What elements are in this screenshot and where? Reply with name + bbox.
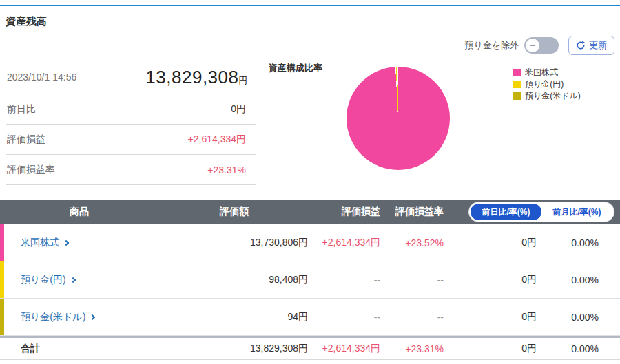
- period-toggle-day[interactable]: 前日比/率(%): [471, 204, 541, 220]
- total-pl-rate: +23.31%: [382, 343, 446, 354]
- cell-day-rate: 0.00%: [539, 312, 601, 323]
- cell-pl-rate: +23.52%: [382, 237, 446, 248]
- summary-row-day-change: 前日比 0円: [6, 94, 256, 125]
- product-link-us-stocks[interactable]: 米国株式: [21, 237, 68, 249]
- table-total-row: 合計 13,829,308円 +2,614,334円 +23.31% 0円 0.…: [0, 336, 620, 360]
- currency-unit: 円: [239, 75, 249, 85]
- page-title: 資産残高: [6, 15, 47, 28]
- cell-valuation: 98,408円: [158, 274, 310, 286]
- top-accent-line: [0, 5, 620, 6]
- cell-day-change: 0円: [446, 237, 539, 249]
- chevron-right-icon: [70, 277, 75, 283]
- summary-row-value: 0円: [231, 103, 248, 116]
- row-color-bar: [0, 224, 4, 261]
- column-header-pl: 評価損益: [310, 206, 382, 218]
- table-row-deposit-jpy: 預り金(円) 98,408円 -- -- 0円 0.00%: [0, 261, 620, 299]
- legend-label: 米国株式: [525, 67, 558, 78]
- total-valuation: 13,829,308円: [158, 343, 310, 355]
- cell-valuation: 13,730,806円: [158, 237, 310, 249]
- cell-pl: --: [310, 312, 382, 323]
- period-toggle-month[interactable]: 前月比/率(%): [541, 204, 612, 220]
- toggle-knob[interactable]: –: [526, 39, 539, 52]
- controls-row: 預り金を除外 – 更新: [464, 36, 614, 55]
- cell-pl: --: [310, 275, 382, 286]
- pie-chart-title: 資産構成比率: [269, 62, 322, 74]
- summary-row-value: +23.31%: [207, 164, 248, 175]
- total-label: 合計: [0, 343, 158, 355]
- summary-row-pl-rate: 評価損益率 +23.31%: [6, 155, 256, 185]
- cell-valuation: 94円: [158, 311, 310, 323]
- pie-legend: 米国株式 預り金(円) 預り金(米ドル): [513, 67, 581, 102]
- as-of-timestamp: 2023/10/1 14:56: [7, 72, 76, 83]
- exclude-deposits-toggle[interactable]: –: [524, 37, 559, 54]
- product-link-deposit-jpy[interactable]: 預り金(円): [21, 274, 75, 286]
- total-pl: +2,614,334円: [310, 343, 382, 355]
- column-header-pl-rate: 評価損益率: [382, 206, 446, 218]
- cell-day-rate: 0.00%: [539, 237, 601, 248]
- cell-pl: +2,614,334円: [310, 237, 382, 249]
- table-header-row: 商品 評価額 評価損益 評価損益率 前日比/率(%) 前月比/率(%): [0, 200, 620, 224]
- column-header-product: 商品: [0, 206, 158, 218]
- summary-row-label: 評価損益: [7, 133, 45, 146]
- legend-label: 預り金(米ドル): [525, 90, 581, 102]
- exclude-deposits-toggle-label: 預り金を除外: [464, 39, 519, 52]
- refresh-button-label: 更新: [589, 39, 607, 52]
- total-asset-amount: 13,829,308円: [145, 67, 248, 88]
- legend-item: 預り金(米ドル): [513, 90, 581, 102]
- cell-day-rate: 0.00%: [539, 275, 601, 286]
- legend-swatch-deposit-jpy: [513, 81, 521, 88]
- holdings-table: 商品 評価額 評価損益 評価損益率 前日比/率(%) 前月比/率(%) 米国株式…: [0, 200, 620, 360]
- period-toggle: 前日比/率(%) 前月比/率(%): [468, 202, 614, 222]
- cell-day-change: 0円: [446, 311, 539, 323]
- cell-pl-rate: --: [382, 312, 446, 323]
- product-link-deposit-usd[interactable]: 預り金(米ドル): [21, 311, 94, 323]
- refresh-button[interactable]: 更新: [568, 36, 614, 55]
- row-color-bar: [0, 261, 4, 298]
- chevron-right-icon: [90, 314, 95, 320]
- legend-label: 預り金(円): [525, 78, 564, 90]
- refresh-icon: [576, 41, 586, 50]
- legend-swatch-us-stocks: [513, 69, 521, 76]
- chevron-right-icon: [63, 240, 69, 246]
- total-day-change: 0円: [446, 343, 539, 355]
- legend-item: 米国株式: [513, 67, 581, 78]
- cell-day-change: 0円: [446, 274, 539, 286]
- summary-row-label: 評価損益率: [7, 164, 55, 176]
- table-row-us-stocks: 米国株式 13,730,806円 +2,614,334円 +23.52% 0円 …: [0, 224, 620, 261]
- legend-swatch-deposit-usd: [513, 92, 521, 100]
- asset-allocation-pie: [347, 67, 450, 170]
- row-color-bar: [0, 299, 4, 335]
- summary-row-pl: 評価損益 +2,614,334円: [6, 125, 256, 155]
- legend-item: 預り金(円): [513, 78, 581, 90]
- summary-total-row: 2023/10/1 14:56 13,829,308円: [6, 61, 256, 94]
- summary-row-label: 前日比: [7, 103, 36, 116]
- column-header-valuation: 評価額: [158, 206, 310, 218]
- total-day-rate: 0.00%: [539, 343, 601, 354]
- cell-pl-rate: --: [382, 275, 446, 286]
- summary-panel: 2023/10/1 14:56 13,829,308円 前日比 0円 評価損益 …: [6, 61, 256, 185]
- summary-row-value: +2,614,334円: [188, 133, 248, 146]
- table-row-deposit-usd: 預り金(米ドル) 94円 -- -- 0円 0.00%: [0, 299, 620, 336]
